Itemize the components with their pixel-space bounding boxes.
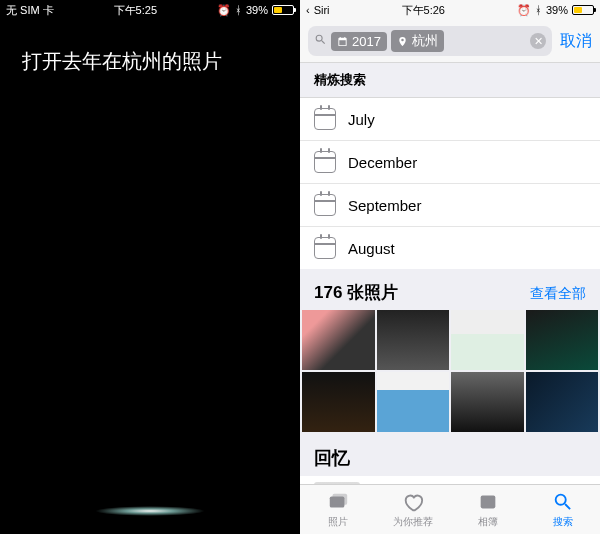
search-icon: [314, 33, 327, 49]
tab-label: 照片: [328, 515, 348, 529]
refine-item-label: September: [348, 197, 421, 214]
photo-thumbnail[interactable]: [451, 372, 524, 432]
tab-label: 为你推荐: [393, 515, 433, 529]
cancel-button[interactable]: 取消: [560, 31, 592, 52]
alarm-icon: ⏰: [217, 4, 231, 17]
photos-search-screen: ‹ Siri 下午5:26 ⏰ ᚼ 39% 2017 杭州 ✕ 取消: [300, 0, 600, 534]
chip-label: 2017: [352, 34, 381, 49]
tab-label: 搜索: [553, 515, 573, 529]
status-bar: 无 SIM 卡 下午5:25 ⏰ ᚼ 39%: [0, 0, 300, 20]
search-chip-year[interactable]: 2017: [331, 32, 387, 51]
chip-label: 杭州: [412, 32, 438, 50]
refine-item-label: December: [348, 154, 417, 171]
refine-item[interactable]: December: [300, 141, 600, 184]
status-bar: ‹ Siri 下午5:26 ⏰ ᚼ 39%: [300, 0, 600, 20]
chevron-left-icon: ‹: [306, 4, 310, 16]
battery-pct: 39%: [246, 4, 268, 16]
search-input[interactable]: 2017 杭州 ✕: [308, 26, 552, 56]
svg-rect-2: [480, 495, 495, 508]
alarm-icon: ⏰: [517, 4, 531, 17]
status-time: 下午5:25: [54, 3, 217, 18]
memories-header: 回忆: [300, 432, 600, 476]
albums-icon: [476, 491, 500, 513]
clear-search-icon[interactable]: ✕: [530, 33, 546, 49]
photo-thumbnail[interactable]: [526, 372, 599, 432]
search-bar-row: 2017 杭州 ✕ 取消: [300, 20, 600, 63]
photo-thumbnail[interactable]: [302, 310, 375, 370]
siri-wave-icon[interactable]: [95, 506, 205, 516]
refine-item[interactable]: September: [300, 184, 600, 227]
see-all-link[interactable]: 查看全部: [530, 285, 586, 303]
siri-screen: 无 SIM 卡 下午5:25 ⏰ ᚼ 39% 打开去年在杭州的照片: [0, 0, 300, 534]
calendar-icon: [314, 237, 336, 259]
tab-label: 相簿: [478, 515, 498, 529]
bluetooth-icon: ᚼ: [535, 4, 542, 16]
calendar-icon: [337, 36, 348, 47]
pin-icon: [397, 36, 408, 47]
tab-bar: 照片 为你推荐 相簿 搜索: [300, 484, 600, 534]
back-label: Siri: [314, 4, 330, 16]
battery-pct: 39%: [546, 4, 568, 16]
photo-thumbnail[interactable]: [526, 310, 599, 370]
results-count-row: 176 张照片 查看全部: [300, 269, 600, 310]
tab-albums[interactable]: 相簿: [450, 485, 525, 534]
refine-item-label: July: [348, 111, 375, 128]
siri-prompt-text: 打开去年在杭州的照片: [0, 20, 300, 103]
battery-icon: [272, 5, 294, 15]
photo-thumbnail[interactable]: [377, 310, 450, 370]
refine-list: July December September August: [300, 98, 600, 269]
photo-count-label: 176 张照片: [314, 281, 398, 304]
status-time: 下午5:26: [330, 3, 517, 18]
search-chip-place[interactable]: 杭州: [391, 30, 444, 52]
heart-icon: [401, 491, 425, 513]
refine-item[interactable]: August: [300, 227, 600, 269]
tab-photos[interactable]: 照片: [300, 485, 375, 534]
refine-item-label: August: [348, 240, 395, 257]
refine-item[interactable]: July: [300, 98, 600, 141]
back-to-siri[interactable]: ‹ Siri: [306, 4, 330, 16]
calendar-icon: [314, 151, 336, 173]
calendar-icon: [314, 194, 336, 216]
search-icon: [551, 491, 575, 513]
bluetooth-icon: ᚼ: [235, 4, 242, 16]
refine-search-header: 精炼搜索: [300, 63, 600, 98]
tab-foryou[interactable]: 为你推荐: [375, 485, 450, 534]
battery-icon: [572, 5, 594, 15]
carrier-label: 无 SIM 卡: [6, 3, 54, 18]
calendar-icon: [314, 108, 336, 130]
photo-thumbnail[interactable]: [302, 372, 375, 432]
photo-thumbnail[interactable]: [451, 310, 524, 370]
photos-icon: [326, 491, 350, 513]
photo-thumbnail[interactable]: [377, 372, 450, 432]
photo-grid: [300, 310, 600, 432]
tab-search[interactable]: 搜索: [525, 485, 600, 534]
svg-rect-1: [332, 493, 347, 504]
